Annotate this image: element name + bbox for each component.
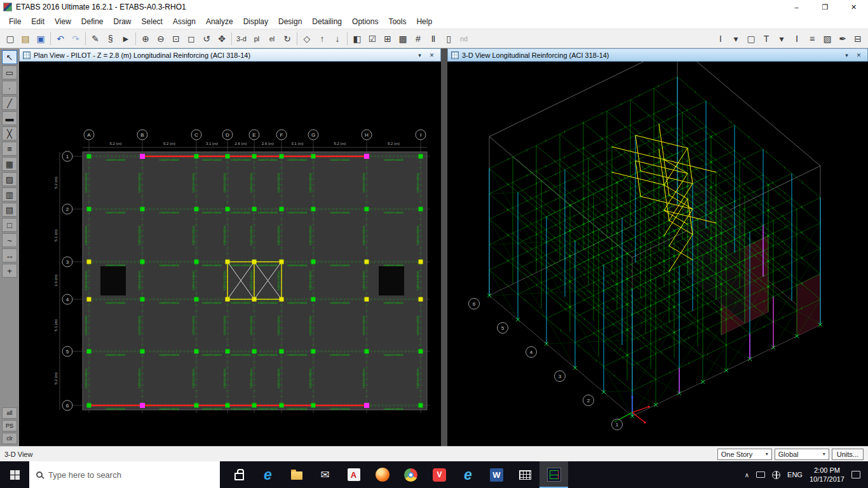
rubber-band-zoom-button[interactable]: ⊡ (168, 31, 184, 46)
menu-item-tools[interactable]: Tools (383, 15, 411, 28)
taskbar-app-store[interactable] (225, 461, 254, 488)
minimize-button[interactable]: – (782, 0, 811, 14)
elevation-view-button[interactable]: el (264, 31, 280, 46)
view-limits-button[interactable]: ⊞ (380, 31, 395, 46)
quick-draw-frame-tool[interactable]: ▬ (2, 111, 17, 125)
draw-wall-tool[interactable]: ▥ (2, 187, 17, 201)
clear-selection-button[interactable]: clr (2, 433, 17, 444)
section-view-button[interactable]: Ⅱ (426, 31, 441, 46)
move-down-story-button[interactable]: ↓ (330, 31, 345, 46)
restore-button[interactable]: ❐ (811, 0, 839, 14)
units-button[interactable]: Units... (832, 449, 864, 460)
coord-system-selector[interactable]: Global ▾ (775, 449, 829, 460)
pen-styles-button[interactable]: ✒ (835, 31, 850, 46)
object-shrink-button[interactable]: ◧ (349, 31, 365, 46)
panel-splitter[interactable] (441, 48, 447, 446)
hidden-icons-chevron[interactable]: ∧ (745, 471, 749, 478)
taskbar-app-chrome[interactable] (397, 461, 425, 488)
taskbar-app-etabs[interactable] (539, 461, 568, 488)
taskbar-app-firefox[interactable] (368, 461, 397, 488)
pan-button[interactable]: ✥ (214, 31, 229, 46)
plan-view-button[interactable]: pl (249, 31, 264, 46)
select-pointer-tool[interactable]: ↖ (2, 50, 17, 64)
taskbar-app-internet-explorer[interactable]: e (454, 461, 482, 488)
menu-item-analyze[interactable]: Analyze (201, 15, 238, 28)
draw-opening-tool[interactable]: □ (2, 218, 17, 232)
3d-view-header[interactable]: 3-D View Longitudinal Reinforcing (ACI 3… (447, 48, 868, 62)
quick-draw-secondary-beams-tool[interactable]: ≡ (2, 142, 17, 156)
network-icon[interactable] (772, 471, 780, 479)
taskbar-app-acrobat[interactable]: A (339, 461, 368, 488)
draw-dimension-tool[interactable]: ↔ (2, 248, 17, 262)
lock-model-button[interactable]: § (103, 31, 118, 46)
paint-properties-button[interactable]: T (759, 31, 774, 46)
3d-view-dropdown-icon[interactable]: ▾ (841, 52, 852, 58)
text-dropdown-button[interactable]: ▾ (728, 31, 743, 46)
menu-item-design[interactable]: Design (273, 15, 307, 28)
taskbar-app-vivaldi[interactable]: V (425, 461, 454, 488)
plan-view-close-icon[interactable]: ✕ (426, 52, 437, 58)
zoom-out-button[interactable]: ⊖ (153, 31, 168, 46)
taskbar-clock[interactable]: 2:00 PM 10/17/2017 (810, 466, 844, 484)
view-3d-button[interactable]: 3-d (234, 31, 249, 46)
new-model-button[interactable]: ▢ (3, 31, 18, 46)
taskbar-app-edge[interactable]: e (254, 461, 282, 488)
menu-item-display[interactable]: Display (238, 15, 273, 28)
taskbar-app-file-explorer[interactable] (282, 461, 311, 488)
line-styles-button[interactable]: ≡ (804, 31, 820, 46)
plan-view-dropdown-icon[interactable]: ▾ (414, 52, 425, 58)
edit-pencil-button[interactable]: ✎ (88, 31, 103, 46)
taskbar-search[interactable]: Type here to search (29, 461, 220, 488)
action-center-icon[interactable] (851, 471, 860, 478)
taskbar-app-mail[interactable]: ✉ (311, 461, 339, 488)
save-model-button[interactable]: ▣ (33, 31, 48, 46)
layers-button[interactable]: ⊟ (850, 31, 865, 46)
3d-view-close-icon[interactable]: ✕ (853, 52, 864, 58)
named-display-button[interactable]: nd (456, 31, 471, 46)
plan-view-canvas[interactable]: 0.000129 0.0001410.000129 0.0001410.0001… (19, 62, 441, 446)
quick-draw-braces-tool[interactable]: ╳ (2, 126, 17, 140)
zoom-in-button[interactable]: ⊕ (138, 31, 153, 46)
run-analysis-button[interactable]: ► (118, 31, 133, 46)
font-dropdown-button[interactable]: ▾ (774, 31, 789, 46)
reshape-object-tool[interactable]: ▭ (2, 65, 17, 79)
start-button[interactable] (0, 461, 29, 488)
grid-visibility-button[interactable]: ▩ (395, 31, 410, 46)
restore-full-view-button[interactable]: ◻ (184, 31, 199, 46)
quick-draw-floor-tool[interactable]: ▨ (2, 172, 17, 186)
previous-selection-button[interactable]: PS (2, 420, 17, 431)
menu-item-edit[interactable]: Edit (26, 15, 50, 28)
snap-options-button[interactable]: # (410, 31, 426, 46)
draw-floor-tool[interactable]: ▦ (2, 157, 17, 171)
open-model-button[interactable]: ▤ (18, 31, 33, 46)
close-button[interactable]: ✕ (839, 0, 868, 14)
display-options-button[interactable]: ☑ (365, 31, 380, 46)
language-indicator[interactable]: ENG (787, 471, 803, 478)
menu-item-view[interactable]: View (50, 15, 76, 28)
previous-zoom-button[interactable]: ↺ (199, 31, 214, 46)
rotate-3d-view-button[interactable]: ↻ (280, 31, 295, 46)
frame-label-button[interactable]: Ⅰ (789, 31, 804, 46)
perspective-toggle-button[interactable]: ◇ (299, 31, 315, 46)
menu-item-help[interactable]: Help (411, 15, 437, 28)
undo-button[interactable]: ↶ (53, 31, 68, 46)
move-up-story-button[interactable]: ↑ (315, 31, 330, 46)
draw-text-button[interactable]: I (713, 31, 728, 46)
select-all-button[interactable]: all (2, 407, 17, 419)
menu-item-options[interactable]: Options (347, 15, 383, 28)
redo-button[interactable]: ↷ (68, 31, 83, 46)
draw-joint-tool[interactable]: · (2, 81, 17, 95)
menu-item-detailing[interactable]: Detailing (307, 15, 347, 28)
quick-draw-wall-tool[interactable]: ▤ (2, 203, 17, 217)
menu-item-draw[interactable]: Draw (109, 15, 137, 28)
plan-view-header[interactable]: Plan View - PILOT - Z = 2.8 (m) Longitud… (19, 48, 441, 62)
hatch-styles-button[interactable]: ▨ (820, 31, 835, 46)
menu-item-assign[interactable]: Assign (168, 15, 201, 28)
draw-frame-tool[interactable]: ╱ (2, 96, 17, 110)
3d-view-canvas[interactable]: 123456 (447, 62, 868, 446)
draw-reference-point-tool[interactable]: + (2, 264, 17, 278)
story-selector[interactable]: One Story ▾ (717, 449, 772, 460)
menu-item-select[interactable]: Select (137, 15, 168, 28)
taskbar-app-word[interactable]: W (482, 461, 511, 488)
section-box-button[interactable]: ▢ (743, 31, 759, 46)
